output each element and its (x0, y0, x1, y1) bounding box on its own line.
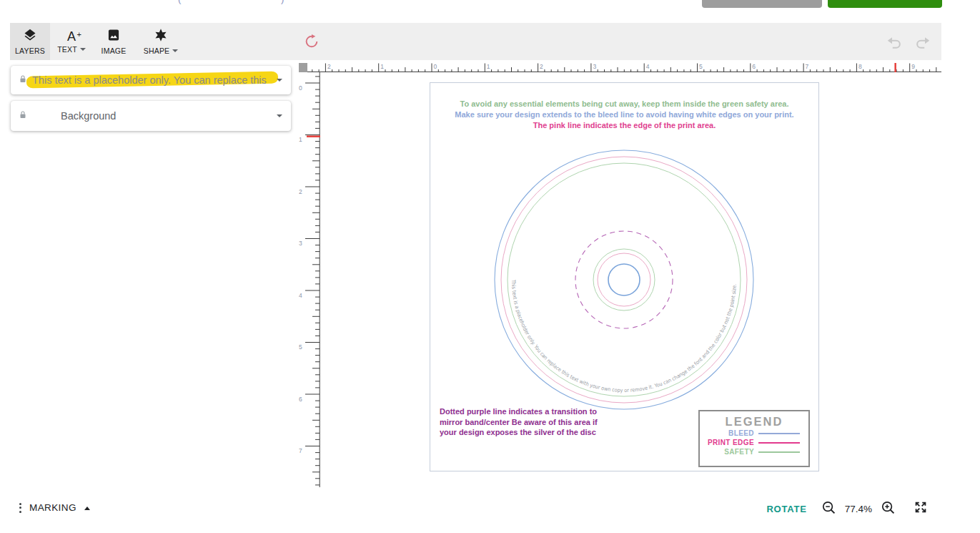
image-icon (107, 28, 121, 45)
zoom-level-value: 77.4% (845, 504, 872, 514)
layer-item-placeholder-text[interactable]: This text is a placeholder only. You can… (11, 66, 291, 94)
note-line: Dotted purple line indicates a transitio… (440, 406, 598, 417)
instruction-print-edge: The pink line indicates the edge of the … (430, 120, 818, 131)
lock-icon (19, 109, 27, 122)
editor-toolbar: LAYERS A+ TEXT IMAGE SHAPE (10, 23, 941, 60)
svg-text:8: 8 (858, 63, 862, 70)
legend-row-print-edge: PRINT EDGE (700, 438, 808, 447)
instruction-bleed: Make sure your design extends to the ble… (430, 109, 818, 120)
zoom-controls: ROTATE 77.4% (766, 499, 929, 518)
layers-icon (23, 28, 37, 45)
svg-text:1: 1 (299, 136, 302, 143)
redo-icon[interactable] (914, 34, 931, 53)
layer-name: Background (61, 110, 269, 122)
refresh-icon[interactable] (304, 34, 320, 49)
horizontal-ruler: 210123456789 (307, 63, 941, 72)
legend-row-safety: SAFETY (700, 447, 808, 456)
tool-buttons: LAYERS A+ TEXT IMAGE SHAPE (10, 23, 941, 60)
svg-text:4: 4 (299, 292, 302, 299)
svg-text:2: 2 (540, 63, 543, 70)
svg-text:6: 6 (752, 63, 756, 70)
shape-icon (154, 28, 168, 45)
mirror-band-note: Dotted purple line indicates a transitio… (440, 406, 598, 438)
svg-text:7: 7 (299, 447, 302, 454)
chevron-down-icon[interactable] (277, 79, 282, 82)
shape-tool-label: SHAPE (144, 47, 170, 55)
legend-box: LEGEND BLEED PRINT EDGE SAFETY (698, 410, 810, 467)
layer-item-background[interactable]: Background (11, 101, 291, 131)
svg-text:0: 0 (434, 63, 437, 70)
image-tool-button[interactable]: IMAGE (93, 23, 134, 60)
legend-label: BLEED (728, 429, 754, 437)
legend-line-swatch (758, 433, 800, 434)
marking-label: MARKING (29, 502, 76, 513)
layers-tool-button[interactable]: LAYERS (10, 23, 50, 60)
image-tool-label: IMAGE (102, 47, 127, 55)
undo-icon[interactable] (886, 34, 904, 53)
svg-text:4: 4 (646, 63, 650, 70)
svg-text:9: 9 (911, 63, 915, 70)
fullscreen-icon[interactable] (913, 499, 929, 518)
chevron-down-icon (80, 48, 86, 51)
rotate-button[interactable]: ROTATE (766, 504, 806, 514)
cropped-header-fragment: ) (281, 0, 284, 4)
svg-text:5: 5 (299, 343, 302, 351)
add-text-icon: A+ (67, 29, 76, 44)
svg-text:6: 6 (299, 396, 302, 403)
top-primary-button[interactable] (828, 0, 942, 8)
chevron-down-icon[interactable] (277, 114, 282, 117)
shape-tool-button[interactable]: SHAPE (134, 23, 187, 60)
top-secondary-button[interactable] (702, 0, 822, 8)
svg-text:7: 7 (806, 63, 809, 70)
ruler-corner (299, 63, 307, 72)
svg-text:1: 1 (487, 63, 490, 70)
text-tool-button[interactable]: A+ TEXT (50, 23, 93, 60)
marking-toggle[interactable]: MARKING (19, 502, 90, 513)
svg-text:This text is a placeholder onl: This text is a placeholder only. You can… (510, 279, 738, 393)
svg-text:2: 2 (299, 188, 302, 195)
design-canvas[interactable]: This text is a placeholder only. You can… (430, 82, 819, 471)
history-controls (886, 34, 931, 53)
instruction-safety: To avoid any essential elements being cu… (430, 99, 818, 109)
layer-name: This text is a placeholder only. You can… (32, 74, 269, 86)
chevron-down-icon (172, 49, 178, 52)
kebab-menu-icon[interactable] (19, 503, 21, 513)
layers-tool-label: LAYERS (15, 47, 45, 55)
chevron-up-icon (84, 507, 90, 510)
svg-text:3: 3 (299, 240, 302, 247)
legend-line-swatch (758, 442, 800, 444)
legend-row-bleed: BLEED (700, 429, 808, 438)
legend-label: SAFETY (724, 448, 754, 456)
svg-text:1: 1 (380, 63, 384, 70)
canvas-instructions: To avoid any essential elements being cu… (430, 99, 818, 131)
svg-text:3: 3 (593, 63, 596, 70)
vertical-ruler: 01234567 (297, 72, 320, 487)
svg-text:2: 2 (327, 63, 331, 70)
text-tool-label: TEXT (57, 45, 77, 54)
zoom-in-icon[interactable] (881, 500, 896, 518)
legend-line-swatch (758, 451, 800, 453)
svg-text:0: 0 (299, 84, 302, 92)
note-line: your design exposes the silver of the di… (440, 427, 598, 438)
design-editor-screen: ( ) LAYERS A+ TEXT IMAGE (0, 0, 980, 533)
zoom-out-icon[interactable] (821, 500, 836, 518)
cropped-header-fragment: ( (178, 0, 181, 4)
legend-label: PRINT EDGE (708, 439, 754, 446)
svg-text:5: 5 (699, 63, 703, 70)
legend-title: LEGEND (700, 415, 808, 429)
note-line: mirror band/center Be aware of this area… (440, 417, 598, 428)
